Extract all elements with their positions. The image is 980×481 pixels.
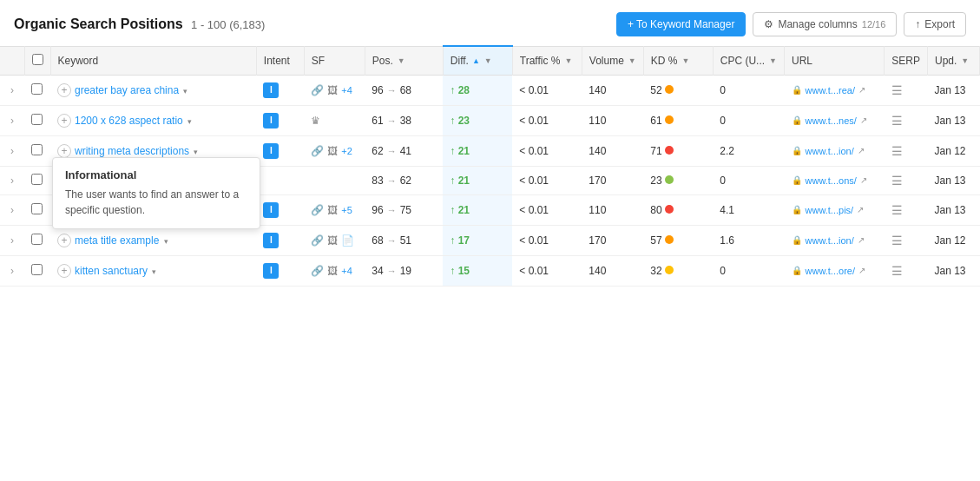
row-checkbox[interactable] xyxy=(31,234,43,245)
row-checkbox-cell[interactable] xyxy=(24,105,50,135)
keyword-link[interactable]: 1200 x 628 aspect ratio xyxy=(75,115,183,127)
add-keyword-icon[interactable]: + xyxy=(57,174,71,188)
serp-icon[interactable]: ☰ xyxy=(891,114,903,128)
external-link-icon[interactable]: ↗ xyxy=(857,205,864,214)
keyword-link[interactable]: greater bay area china xyxy=(75,84,179,96)
th-intent[interactable]: Intent xyxy=(256,46,304,75)
row-expand-cell[interactable]: › xyxy=(0,75,24,105)
keyword-dropdown-icon[interactable]: ▾ xyxy=(194,148,198,156)
row-checkbox[interactable] xyxy=(31,144,43,155)
manage-columns-button[interactable]: ⚙ Manage columns 12/16 xyxy=(753,12,897,36)
row-expand-cell[interactable]: › xyxy=(0,166,24,194)
keyword-dropdown-icon[interactable]: ▾ xyxy=(235,207,240,215)
external-link-icon[interactable]: ↗ xyxy=(858,235,865,245)
url-link[interactable]: www.t...pis/ xyxy=(806,205,854,215)
th-pos[interactable]: Pos.▼ xyxy=(365,46,443,75)
serp-icon[interactable]: ☰ xyxy=(891,234,903,247)
row-checkbox-cell[interactable] xyxy=(24,225,50,255)
add-keyword-icon[interactable]: + xyxy=(57,203,71,217)
serp-icon[interactable]: ☰ xyxy=(891,144,903,158)
expand-icon[interactable]: › xyxy=(7,233,17,248)
keyword-dropdown-icon[interactable]: ▾ xyxy=(187,117,192,126)
export-button[interactable]: ↑ Export xyxy=(904,12,966,36)
serp-cell[interactable]: ☰ xyxy=(885,194,928,225)
cpc-cell: 0 xyxy=(713,75,784,105)
th-keyword[interactable]: Keyword xyxy=(50,46,256,75)
row-checkbox-cell[interactable] xyxy=(24,255,50,286)
upd-cell: Jan 13 xyxy=(928,105,980,135)
external-link-icon[interactable]: ↗ xyxy=(858,266,865,275)
row-expand-cell[interactable]: › xyxy=(0,105,24,135)
keyword-link[interactable]: meta title example xyxy=(75,234,159,247)
add-keyword-icon[interactable]: + xyxy=(57,264,71,278)
row-checkbox[interactable] xyxy=(31,264,43,275)
row-checkbox[interactable] xyxy=(31,203,43,214)
add-keyword-icon[interactable]: + xyxy=(57,144,71,158)
expand-icon[interactable]: › xyxy=(7,263,17,279)
th-serp[interactable]: SERP xyxy=(885,46,928,75)
keyword-dropdown-icon[interactable]: ▾ xyxy=(152,267,156,276)
row-expand-cell[interactable]: › xyxy=(0,194,24,225)
serp-cell[interactable]: ☰ xyxy=(885,225,928,255)
serp-icon[interactable]: ☰ xyxy=(891,264,903,278)
expand-icon[interactable]: › xyxy=(7,202,17,218)
serp-cell[interactable]: ☰ xyxy=(885,75,928,105)
sf-count: +5 xyxy=(341,205,352,215)
url-link[interactable]: www.t...ons/ xyxy=(806,175,857,186)
th-upd[interactable]: Upd.▼ xyxy=(928,46,980,75)
row-checkbox-cell[interactable] xyxy=(24,135,50,166)
serp-cell[interactable]: ☰ xyxy=(885,166,928,194)
row-checkbox[interactable] xyxy=(31,174,43,185)
table-row: › + meta title example ▾ I 🔗 🖼 📄 xyxy=(0,225,980,255)
table-row: › + 1200 x 628 aspect ratio ▾ I Informat… xyxy=(0,105,980,135)
url-link[interactable]: www.t...ore/ xyxy=(806,266,855,276)
keyword-link[interactable]: kitten sanctuary xyxy=(75,265,148,277)
th-volume[interactable]: Volume▼ xyxy=(582,46,643,75)
url-link[interactable]: www.t...ion/ xyxy=(806,235,854,246)
to-keyword-manager-button[interactable]: + To Keyword Manager xyxy=(616,12,747,36)
external-link-icon[interactable]: ↗ xyxy=(858,146,865,155)
th-kd[interactable]: KD %▼ xyxy=(643,46,713,75)
kd-cell: 32 xyxy=(643,255,713,286)
row-checkbox[interactable] xyxy=(31,83,43,95)
url-link[interactable]: www.t...nes/ xyxy=(806,115,857,126)
url-link[interactable]: www.t...rea/ xyxy=(806,85,855,96)
external-link-icon[interactable]: ↗ xyxy=(860,115,867,125)
th-cpc[interactable]: CPC (U...▼ xyxy=(713,46,784,75)
url-link[interactable]: www.t...ion/ xyxy=(806,146,854,156)
row-checkbox[interactable] xyxy=(31,114,43,125)
keyword-dropdown-icon[interactable]: ▾ xyxy=(164,237,168,246)
serp-cell[interactable]: ☰ xyxy=(885,135,928,166)
external-link-icon[interactable]: ↗ xyxy=(860,175,867,185)
serp-icon[interactable]: ☰ xyxy=(891,203,903,217)
keyword-link[interactable]: writing meta descriptions xyxy=(75,145,189,157)
expand-icon[interactable]: › xyxy=(7,82,17,98)
row-expand-cell[interactable]: › xyxy=(0,135,24,166)
th-url[interactable]: URL xyxy=(785,46,885,75)
th-checkbox[interactable] xyxy=(24,46,50,75)
keyword-dropdown-icon[interactable]: ▾ xyxy=(183,87,187,96)
row-checkbox-cell[interactable] xyxy=(24,194,50,225)
keyword-link[interactable]: define key performance indicators xyxy=(75,204,231,216)
expand-icon[interactable]: › xyxy=(7,143,17,159)
serp-cell[interactable]: ☰ xyxy=(885,105,928,135)
serp-icon[interactable]: ☰ xyxy=(891,174,903,188)
row-checkbox-cell[interactable] xyxy=(24,75,50,105)
th-sf[interactable]: SF xyxy=(304,46,365,75)
serp-cell[interactable]: ☰ xyxy=(885,255,928,286)
add-keyword-icon[interactable]: + xyxy=(57,83,71,97)
row-expand-cell[interactable]: › xyxy=(0,225,24,255)
row-expand-cell[interactable]: › xyxy=(0,255,24,286)
expand-icon[interactable]: › xyxy=(7,113,17,128)
th-diff[interactable]: Diff.▲▼ xyxy=(443,46,512,75)
select-all-checkbox[interactable] xyxy=(32,54,43,65)
intent-badge: I xyxy=(263,82,279,98)
serp-icon[interactable]: ☰ xyxy=(891,83,903,97)
traffic-filter-icon: ▼ xyxy=(564,56,572,65)
expand-icon[interactable]: › xyxy=(7,173,17,188)
th-traffic[interactable]: Traffic %▼ xyxy=(512,46,582,75)
add-keyword-icon[interactable]: + xyxy=(57,234,71,247)
external-link-icon[interactable]: ↗ xyxy=(858,85,865,95)
row-checkbox-cell[interactable] xyxy=(24,166,50,194)
add-keyword-icon[interactable]: + xyxy=(57,114,71,128)
